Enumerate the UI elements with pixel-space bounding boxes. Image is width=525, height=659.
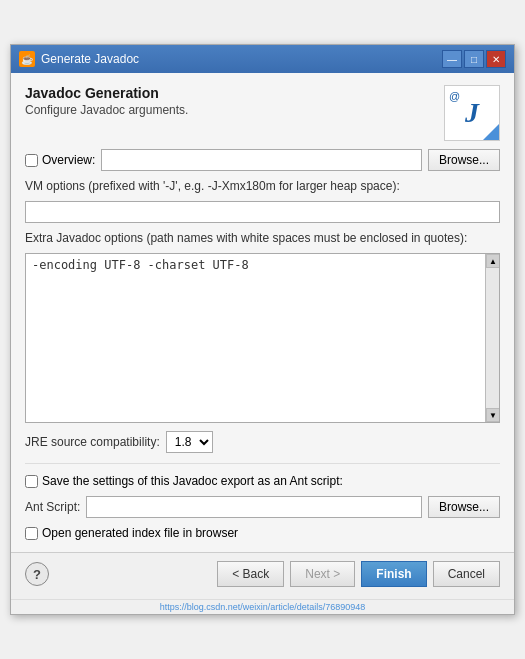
- cancel-button[interactable]: Cancel: [433, 561, 500, 587]
- extra-options-label: Extra Javadoc options (path names with w…: [25, 231, 500, 245]
- javadoc-logo: @ J: [444, 85, 500, 141]
- title-bar-left: ☕ Generate Javadoc: [19, 51, 139, 67]
- scroll-track[interactable]: [486, 268, 499, 408]
- window-icon: ☕: [19, 51, 35, 67]
- overview-input[interactable]: [101, 149, 422, 171]
- vm-options-input[interactable]: [25, 201, 500, 223]
- close-button[interactable]: ✕: [486, 50, 506, 68]
- jre-row: JRE source compatibility: 1.5 1.6 1.7 1.…: [25, 431, 500, 453]
- javadoc-letter: J: [465, 97, 479, 129]
- next-button[interactable]: Next >: [290, 561, 355, 587]
- title-bar: ☕ Generate Javadoc — □ ✕: [11, 45, 514, 73]
- corner-tab: [483, 124, 499, 140]
- footer-buttons: ? < Back Next > Finish Cancel: [11, 552, 514, 599]
- overview-checkbox-label[interactable]: Overview:: [25, 153, 95, 167]
- separator: [25, 463, 500, 464]
- open-browser-checkbox[interactable]: [25, 527, 38, 540]
- open-browser-label[interactable]: Open generated index file in browser: [25, 526, 238, 540]
- open-browser-row: Open generated index file in browser: [25, 526, 500, 540]
- back-button[interactable]: < Back: [217, 561, 284, 587]
- vm-options-label: VM options (prefixed with '-J', e.g. -J-…: [25, 179, 500, 193]
- url-text: https://blog.csdn.net/weixin/article/det…: [160, 602, 366, 612]
- extra-options-textarea[interactable]: -encoding UTF-8 -charset UTF-8: [26, 254, 485, 422]
- ant-script-input[interactable]: F:\workspace_java_\livehome_protocol\jav…: [86, 496, 422, 518]
- overview-row: Overview: Browse...: [25, 149, 500, 171]
- main-window: ☕ Generate Javadoc — □ ✕ Javadoc Generat…: [10, 44, 515, 615]
- ant-script-row: Ant Script: F:\workspace_java_\livehome_…: [25, 496, 500, 518]
- window-title: Generate Javadoc: [41, 52, 139, 66]
- maximize-button[interactable]: □: [464, 50, 484, 68]
- at-symbol: @: [449, 90, 460, 102]
- jre-label: JRE source compatibility:: [25, 435, 160, 449]
- save-settings-text: Save the settings of this Javadoc export…: [42, 474, 343, 488]
- overview-browse-button[interactable]: Browse...: [428, 149, 500, 171]
- vertical-scrollbar[interactable]: ▲ ▼: [485, 254, 499, 422]
- section-title: Javadoc Generation: [25, 85, 444, 101]
- scroll-up-arrow[interactable]: ▲: [486, 254, 500, 268]
- save-settings-row: Save the settings of this Javadoc export…: [25, 474, 500, 488]
- overview-checkbox[interactable]: [25, 154, 38, 167]
- title-controls: — □ ✕: [442, 50, 506, 68]
- scroll-down-arrow[interactable]: ▼: [486, 408, 500, 422]
- extra-options-area: -encoding UTF-8 -charset UTF-8 指定UTF-8编码…: [25, 253, 500, 423]
- jre-select[interactable]: 1.5 1.6 1.7 1.8: [166, 431, 213, 453]
- ant-browse-button[interactable]: Browse...: [428, 496, 500, 518]
- section-title-block: Javadoc Generation Configure Javadoc arg…: [25, 85, 444, 117]
- finish-button[interactable]: Finish: [361, 561, 426, 587]
- open-browser-text: Open generated index file in browser: [42, 526, 238, 540]
- section-subtitle: Configure Javadoc arguments.: [25, 103, 444, 117]
- save-settings-label[interactable]: Save the settings of this Javadoc export…: [25, 474, 343, 488]
- save-settings-checkbox[interactable]: [25, 475, 38, 488]
- minimize-button[interactable]: —: [442, 50, 462, 68]
- overview-label: Overview:: [42, 153, 95, 167]
- section-header: Javadoc Generation Configure Javadoc arg…: [25, 85, 500, 141]
- dialog-content: Javadoc Generation Configure Javadoc arg…: [11, 73, 514, 552]
- ant-script-label: Ant Script:: [25, 500, 80, 514]
- help-button[interactable]: ?: [25, 562, 49, 586]
- url-bar: https://blog.csdn.net/weixin/article/det…: [11, 599, 514, 614]
